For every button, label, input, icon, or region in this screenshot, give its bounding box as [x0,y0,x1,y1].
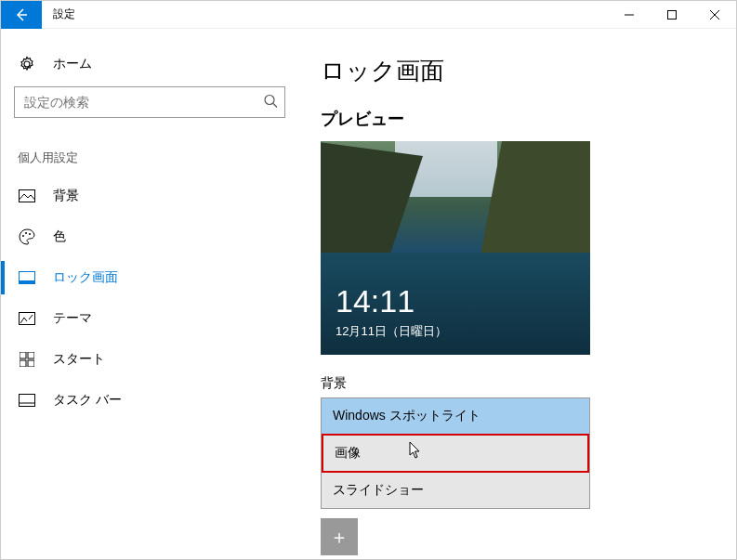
dropdown-option-label: 画像 [335,445,361,460]
cursor-icon [409,441,424,460]
maximize-icon [667,10,677,20]
picture-icon [18,187,36,205]
sidebar-item-label: 色 [53,228,66,245]
svg-rect-14 [20,352,26,358]
svg-rect-13 [20,313,35,325]
preview-label: プレビュー [321,108,710,130]
titlebar: 設定 [1,1,736,29]
plus-icon: ＋ [330,525,349,550]
category-label: 個人用設定 [14,140,285,176]
svg-point-8 [22,235,24,237]
palette-icon [18,228,36,246]
preview-date: 12月11日（日曜日） [336,323,447,340]
back-button[interactable] [1,1,42,29]
arrow-left-icon [14,7,29,22]
window-title: 設定 [53,7,75,22]
page-title: ロック画面 [321,55,710,87]
svg-rect-7 [20,190,35,202]
svg-rect-17 [28,360,34,367]
search-container [14,86,285,118]
search-input[interactable] [14,86,285,118]
preview-time: 14:11 [336,283,415,319]
sidebar-item-label: ロック画面 [53,269,118,286]
home-label: ホーム [53,56,92,72]
maximize-button[interactable] [651,1,693,29]
minimize-button[interactable] [608,1,651,29]
background-dropdown[interactable]: Windows スポットライト 画像 スライドショー [321,397,590,509]
background-section-label: 背景 [321,375,710,392]
svg-rect-15 [28,352,34,358]
sidebar-item-start[interactable]: スタート [14,339,285,380]
window-controls [608,1,736,29]
dropdown-option-label: スライドショー [333,482,424,497]
close-icon [710,10,719,20]
sidebar-item-label: スタート [53,351,105,368]
lockscreen-icon [18,268,36,287]
main-panel: ロック画面 プレビュー 14:11 12月11日（日曜日） 背景 Windows… [298,29,736,559]
svg-rect-16 [20,360,26,367]
sidebar-item-taskbar[interactable]: タスク バー [14,380,285,421]
sidebar-item-lockscreen[interactable]: ロック画面 [14,257,285,298]
dropdown-option-label: Windows スポットライト [333,408,480,423]
sidebar-item-label: テーマ [53,310,92,327]
dropdown-option-spotlight[interactable]: Windows スポットライト [322,398,589,434]
minimize-icon [625,10,634,20]
lockscreen-preview: 14:11 12月11日（日曜日） [321,141,590,355]
svg-rect-12 [20,280,35,283]
sidebar-item-themes[interactable]: テーマ [14,298,285,339]
svg-rect-18 [20,395,35,407]
sidebar: ホーム 個人用設定 背景 色 ロック画面 [1,29,298,559]
dropdown-option-slideshow[interactable]: スライドショー [322,473,589,508]
dropdown-option-picture[interactable]: 画像 [322,434,589,473]
themes-icon [18,309,36,328]
sidebar-item-colors[interactable]: 色 [14,216,285,257]
svg-rect-2 [668,10,677,19]
start-icon [18,350,36,369]
taskbar-icon [18,391,36,410]
svg-point-9 [25,232,27,234]
sidebar-item-background[interactable]: 背景 [14,176,285,216]
gear-icon [18,55,36,73]
sidebar-item-label: 背景 [53,188,79,204]
add-button[interactable]: ＋ [321,518,358,555]
sidebar-item-label: タスク バー [53,392,122,409]
close-button[interactable] [693,1,736,29]
svg-point-10 [29,233,31,235]
home-button[interactable]: ホーム [14,47,285,86]
svg-rect-19 [20,403,35,407]
